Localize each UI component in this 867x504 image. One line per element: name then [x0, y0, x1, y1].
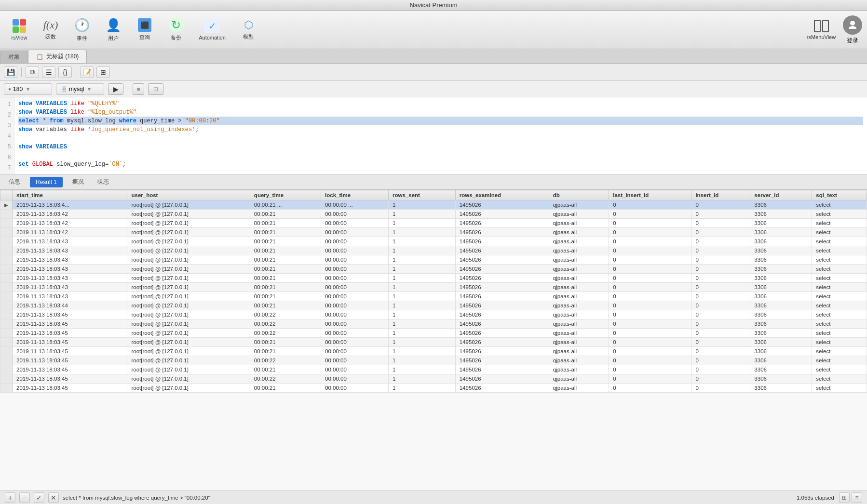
- cell-rows_sent: 1: [389, 384, 456, 393]
- code-editor: 1 2 3 4 5 6 7 8 show VARIABLES like "%QU…: [0, 97, 867, 174]
- event-icon: 🕐: [74, 18, 90, 33]
- col-last-insert-id[interactable]: last_insert_id: [609, 190, 691, 200]
- tab-overview[interactable]: 概况: [68, 176, 88, 188]
- braces-button[interactable]: {}: [58, 66, 72, 78]
- table-row[interactable]: 2019-11-13 18:03:43root[root] @ [127.0.0…: [0, 265, 867, 274]
- cell-start_time: 2019-11-13 18:03:42: [13, 210, 127, 219]
- list-view-button[interactable]: ≡: [852, 492, 862, 503]
- table-row[interactable]: 2019-11-13 18:03:45root[root] @ [127.0.0…: [0, 310, 867, 319]
- cell-lock_time: 00:00:00: [321, 210, 389, 219]
- table-row[interactable]: 2019-11-13 18:03:45root[root] @ [127.0.0…: [0, 365, 867, 374]
- add-record-button[interactable]: +: [5, 492, 15, 503]
- list-edit-button[interactable]: ☰: [42, 66, 55, 78]
- copy-button[interactable]: ⧉: [26, 66, 39, 78]
- run-button[interactable]: ▶: [108, 83, 123, 95]
- table-row[interactable]: 2019-11-13 18:03:45root[root] @ [127.0.0…: [0, 374, 867, 384]
- cell-user_host: root[root] @ [127.0.0.1]: [127, 210, 250, 219]
- tab-info[interactable]: 信息: [5, 176, 24, 188]
- cell-db: qjpaas-all: [549, 338, 609, 347]
- stop-button[interactable]: ■: [133, 83, 144, 95]
- toolbar-btn-backup[interactable]: ↻ 备份: [162, 13, 190, 47]
- table-row[interactable]: 2019-11-13 18:03:45root[root] @ [127.0.0…: [0, 356, 867, 365]
- tab-object[interactable]: 对象: [0, 51, 28, 63]
- table-row[interactable]: 2019-11-13 18:03:43root[root] @ [127.0.0…: [0, 292, 867, 301]
- toolbar-btn-event[interactable]: 🕐 事件: [68, 13, 96, 47]
- line-num-4: 4: [0, 131, 14, 142]
- tab-status[interactable]: 状态: [94, 176, 113, 188]
- cell-lock_time: 00:00:00: [321, 384, 389, 393]
- toolbar-btn-rsmenuview[interactable]: rsMenuView: [804, 13, 838, 47]
- toolbar-btn-func[interactable]: f(x) 函数: [36, 13, 65, 47]
- data-table-container[interactable]: start_time user_host query_time lock_tim…: [0, 190, 867, 491]
- discard-button[interactable]: ✕: [48, 492, 59, 503]
- col-query-time[interactable]: query_time: [250, 190, 321, 200]
- toolbar-btn-user[interactable]: 👤 用户: [99, 13, 128, 47]
- table-row[interactable]: 2019-11-13 18:03:45root[root] @ [127.0.0…: [0, 384, 867, 393]
- grid-button[interactable]: ⊞: [96, 66, 110, 78]
- table-row[interactable]: 2019-11-13 18:03:42root[root] @ [127.0.0…: [0, 210, 867, 219]
- col-rows-examined[interactable]: rows_examined: [455, 190, 549, 200]
- cell-lock_time: 00:00:00: [321, 246, 389, 255]
- tab-object-label: 对象: [8, 53, 20, 61]
- toolbar-btn-model[interactable]: ⬡ 模型: [234, 13, 263, 47]
- table-row[interactable]: 2019-11-13 18:03:44root[root] @ [127.0.0…: [0, 301, 867, 310]
- cell-insert_id: 0: [691, 329, 750, 338]
- table-row[interactable]: 2019-11-13 18:03:43root[root] @ [127.0.0…: [0, 255, 867, 265]
- cell-insert_id: 0: [691, 310, 750, 319]
- cell-sql_text: select: [812, 255, 867, 265]
- cell-db: qjpaas-all: [549, 265, 609, 274]
- avatar[interactable]: [843, 15, 862, 35]
- connection-select[interactable]: ● 180 ▾: [4, 83, 52, 95]
- cell-server_id: 3306: [750, 356, 812, 365]
- cell-db: qjpaas-all: [549, 301, 609, 310]
- database-select[interactable]: 🗄 mysql ▾: [56, 83, 104, 95]
- cell-user_host: root[root] @ [127.0.0.1]: [127, 347, 250, 356]
- tab-query[interactable]: 📋 无标题 (180): [28, 50, 87, 63]
- col-sql-text[interactable]: sql_text: [812, 190, 867, 200]
- toolbar-btn-automation[interactable]: ✓ Automation: [193, 13, 231, 47]
- col-db[interactable]: db: [549, 190, 609, 200]
- row-indicator: [0, 292, 13, 301]
- col-server-id[interactable]: server_id: [750, 190, 812, 200]
- toolbar-btn-query[interactable]: ⬛ 查询: [130, 13, 159, 47]
- cell-insert_id: 0: [691, 365, 750, 374]
- confirm-button[interactable]: ✓: [34, 492, 44, 503]
- cell-start_time: 2019-11-13 18:03:44: [13, 301, 127, 310]
- save-button[interactable]: 💾: [4, 66, 17, 78]
- col-lock-time[interactable]: lock_time: [321, 190, 389, 200]
- col-user-host[interactable]: user_host: [127, 190, 250, 200]
- table-row[interactable]: 2019-11-13 18:03:43root[root] @ [127.0.0…: [0, 237, 867, 246]
- table-row[interactable]: 2019-11-13 18:03:43root[root] @ [127.0.0…: [0, 274, 867, 283]
- cell-start_time: 2019-11-13 18:03:43: [13, 255, 127, 265]
- grid-view-button[interactable]: ⊞: [839, 492, 850, 503]
- table-row[interactable]: 2019-11-13 18:03:45root[root] @ [127.0.0…: [0, 329, 867, 338]
- code-content[interactable]: show VARIABLES like "%QUERY%" show VARIA…: [14, 97, 867, 174]
- table-row[interactable]: 2019-11-13 18:03:43root[root] @ [127.0.0…: [0, 246, 867, 255]
- table-row[interactable]: 2019-11-13 18:03:45root[root] @ [127.0.0…: [0, 338, 867, 347]
- cell-sql_text: select: [812, 237, 867, 246]
- comment-button[interactable]: 📝: [80, 66, 94, 78]
- col-insert-id[interactable]: insert_id: [691, 190, 750, 200]
- table-row[interactable]: 2019-11-13 18:03:43root[root] @ [127.0.0…: [0, 283, 867, 292]
- tab-result1[interactable]: Result 1: [30, 177, 63, 187]
- cell-user_host: root[root] @ [127.0.0.1]: [127, 356, 250, 365]
- table-row[interactable]: ▶2019-11-13 18:03:4...root[root] @ [127.…: [0, 200, 867, 210]
- col-rows-sent[interactable]: rows_sent: [389, 190, 456, 200]
- cell-rows_examined: 1495026: [455, 365, 549, 374]
- automation-icon: ✓: [204, 19, 220, 33]
- cell-rows_examined: 1495026: [455, 319, 549, 329]
- cell-lock_time: 00:00:00: [321, 219, 389, 228]
- cell-db: qjpaas-all: [549, 219, 609, 228]
- cell-insert_id: 0: [691, 301, 750, 310]
- table-row[interactable]: 2019-11-13 18:03:45root[root] @ [127.0.0…: [0, 347, 867, 356]
- cell-lock_time: 00:00:00: [321, 274, 389, 283]
- toolbar-btn-rsview[interactable]: rsView: [5, 13, 34, 47]
- cell-server_id: 3306: [750, 319, 812, 329]
- table-row[interactable]: 2019-11-13 18:03:42root[root] @ [127.0.0…: [0, 228, 867, 237]
- table-row[interactable]: 2019-11-13 18:03:45root[root] @ [127.0.0…: [0, 319, 867, 329]
- row-indicator: [0, 319, 13, 329]
- delete-record-button[interactable]: −: [19, 492, 30, 503]
- multi-result-button[interactable]: ⊡: [148, 83, 163, 95]
- table-row[interactable]: 2019-11-13 18:03:42root[root] @ [127.0.0…: [0, 219, 867, 228]
- col-start-time[interactable]: start_time: [13, 190, 127, 200]
